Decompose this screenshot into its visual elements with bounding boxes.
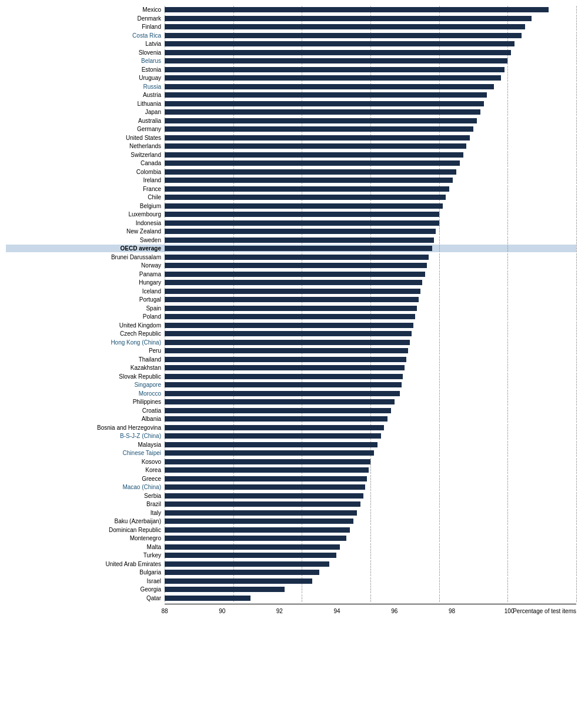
grid-line [439, 373, 440, 380]
bar [165, 143, 466, 149]
bar [165, 459, 370, 464]
country-label: Switzerland [6, 151, 165, 159]
grid-line [507, 551, 508, 559]
grid-line [439, 381, 440, 389]
grid-line [439, 210, 440, 218]
grid-line [439, 253, 440, 261]
chart-row: Singapore [6, 381, 576, 389]
country-label: Mexico [6, 6, 165, 14]
x-tick-label: 94 [334, 608, 340, 614]
grid-line [576, 66, 577, 73]
bar-track [165, 83, 576, 91]
chart-row: Czech Republic [6, 330, 576, 337]
chart-row: Bosnia and Herzegovina [6, 424, 576, 432]
grid-line [507, 577, 508, 585]
grid-line [507, 543, 508, 551]
bar-track [165, 32, 576, 39]
grid-line [507, 458, 508, 466]
chart-row: Japan [6, 108, 576, 116]
grid-line [576, 492, 577, 500]
grid-line [439, 475, 440, 483]
chart-row: Denmark [6, 15, 576, 22]
chart-row: United States [6, 134, 576, 142]
chart-row: United Arab Emirates [6, 560, 576, 568]
bar-track [165, 509, 576, 517]
grid-line [507, 534, 508, 542]
chart-row: New Zealand [6, 228, 576, 235]
grid-line [302, 594, 302, 602]
grid-line [576, 151, 577, 159]
country-label: Malaysia [6, 441, 165, 449]
grid-line [576, 287, 577, 295]
country-label: Malta [6, 543, 165, 551]
grid-line [439, 466, 440, 474]
grid-line [576, 49, 577, 56]
bar [165, 399, 395, 404]
country-label: Philippines [6, 398, 165, 406]
grid-line [439, 424, 440, 432]
bar-track [165, 322, 576, 329]
chart-row: Spain [6, 305, 576, 312]
country-label: Dominican Republic [6, 526, 165, 534]
country-label: United States [6, 134, 165, 142]
bar-track [165, 91, 576, 99]
chart-row: France [6, 185, 576, 193]
bar [165, 126, 473, 132]
bar-track [165, 245, 576, 252]
bar [165, 331, 412, 336]
grid-line [439, 517, 440, 525]
grid-line [507, 356, 508, 363]
bar [165, 58, 507, 63]
bar [165, 84, 494, 89]
grid-line [439, 483, 440, 491]
grid-line [576, 475, 577, 483]
grid-line [507, 381, 508, 389]
x-tick-label: 100 [505, 608, 514, 614]
country-label: Brazil [6, 500, 165, 508]
bar [165, 75, 501, 81]
chart-row: Chinese Taipei [6, 449, 576, 457]
bar [165, 118, 477, 123]
bar [165, 382, 402, 387]
chart-row: Germany [6, 125, 576, 133]
grid-line [439, 339, 440, 346]
country-label: Bosnia and Herzegovina [6, 424, 165, 432]
bar [165, 391, 400, 396]
chart-row: B-S-J-Z (China) [6, 432, 576, 440]
grid-line [370, 543, 371, 551]
grid-line [507, 586, 508, 593]
bar-track [165, 210, 576, 218]
bar-track [165, 466, 576, 474]
chart-row: Morocco [6, 390, 576, 397]
grid-line [576, 236, 577, 244]
chart-row: Poland [6, 313, 576, 320]
grid-line [439, 568, 440, 576]
bar-track [165, 296, 576, 303]
bar [165, 229, 436, 234]
chart-inner: MexicoDenmarkFinlandCosta RicaLatviaSlov… [6, 6, 576, 606]
bar [165, 501, 360, 507]
grid-line [576, 219, 577, 227]
grid-line [576, 322, 577, 329]
bar-track [165, 568, 576, 576]
chart-row: Portugal [6, 296, 576, 303]
bar [165, 553, 336, 558]
bar [165, 365, 405, 370]
grid-line [576, 441, 577, 449]
grid-line [507, 517, 508, 525]
bar-track [165, 492, 576, 500]
country-label: Finland [6, 23, 165, 31]
grid-line [576, 117, 577, 125]
grid-line [576, 407, 577, 414]
chart-row: Austria [6, 91, 576, 99]
bar [165, 442, 377, 447]
grid-line [507, 210, 508, 218]
country-label: Panama [6, 270, 165, 278]
bar [165, 255, 429, 260]
chart-row: Iceland [6, 287, 576, 295]
country-label: Qatar [6, 594, 165, 602]
grid-line [576, 424, 577, 432]
grid-line [576, 83, 577, 91]
grid-line [507, 500, 508, 508]
chart-row: Philippines [6, 398, 576, 406]
